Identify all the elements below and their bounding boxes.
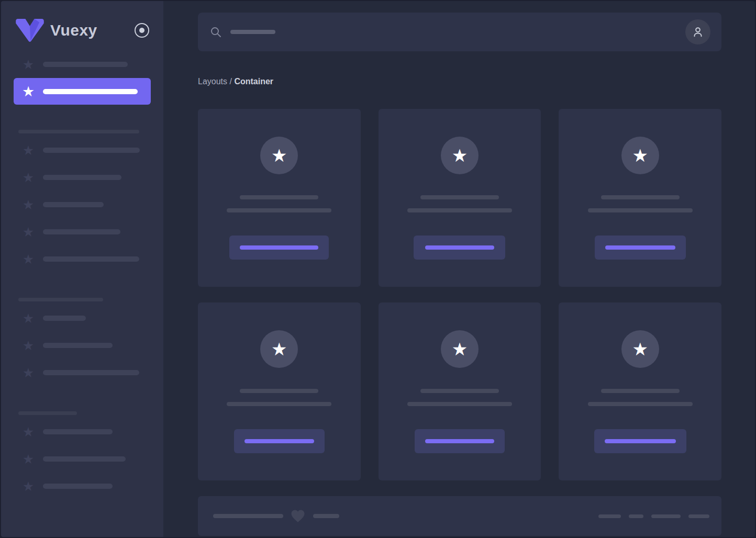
sidebar-item-label-bar [43, 256, 139, 262]
star-icon: ★ [22, 198, 35, 211]
breadcrumb-separator: / [227, 77, 234, 86]
search-input[interactable] [209, 13, 685, 51]
content-card: ★ [198, 302, 361, 480]
cards-grid: ★★★★★★ [198, 109, 721, 480]
user-icon [691, 25, 705, 39]
sidebar-item-label-bar [43, 343, 113, 348]
footer-card [198, 496, 721, 536]
sidebar-item-label-bar [43, 175, 121, 180]
card-avatar: ★ [621, 137, 659, 174]
sidebar-item-label-bar [43, 456, 126, 462]
sidebar-item-label-bar [43, 89, 138, 94]
button-label-bar [605, 245, 675, 250]
button-label-bar [425, 245, 494, 250]
section-divider-bar [18, 298, 103, 301]
sidebar-item-label-bar [43, 202, 104, 207]
sidebar-item[interactable]: ★ [14, 164, 151, 191]
search-placeholder-bar [230, 30, 275, 34]
sidebar-item[interactable]: ★ [14, 473, 151, 500]
card-action-button[interactable] [594, 429, 686, 453]
card-skeleton-line [240, 195, 318, 199]
sidebar-item[interactable]: ★ [14, 359, 151, 386]
star-icon: ★ [271, 340, 287, 358]
sidebar-item-active[interactable]: ★ [14, 78, 151, 105]
card-action-button[interactable] [234, 429, 325, 453]
card-action-button[interactable] [415, 429, 505, 453]
vuexy-logo [16, 19, 44, 42]
card-skeleton-line [420, 389, 499, 393]
content-column: Layouts / Container ★★★★★★ [198, 13, 721, 536]
star-icon: ★ [22, 453, 35, 466]
card-skeleton-line [588, 208, 693, 212]
card-skeleton-line [588, 402, 693, 406]
star-icon: ★ [22, 144, 35, 157]
content-card: ★ [198, 109, 361, 287]
star-icon: ★ [452, 147, 468, 164]
radio-circle-icon[interactable] [135, 23, 149, 38]
sidebar-item[interactable]: ★ [14, 191, 151, 218]
sidebar-section-divider [18, 298, 151, 301]
card-skeleton-line [407, 208, 512, 212]
brand-title: Vuexy [50, 21, 135, 39]
sidebar-item-label-bar [43, 229, 120, 234]
sidebar-item-label-bar [43, 484, 113, 489]
content-card: ★ [559, 302, 721, 480]
card-action-button[interactable] [595, 236, 686, 260]
card-action-button[interactable] [414, 236, 505, 260]
card-avatar: ★ [441, 137, 479, 174]
star-icon: ★ [22, 425, 35, 439]
section-divider-bar [18, 411, 77, 415]
star-icon: ★ [22, 171, 35, 184]
card-skeleton-line [601, 195, 680, 199]
radio-dot [139, 28, 144, 33]
sidebar-item-label-bar [43, 62, 128, 67]
user-avatar-button[interactable] [685, 19, 710, 44]
content-card: ★ [379, 109, 541, 287]
footer-skeleton-bar [313, 514, 339, 518]
sidebar-item[interactable]: ★ [14, 445, 151, 473]
star-icon: ★ [22, 253, 35, 266]
sidebar-item[interactable]: ★ [14, 418, 151, 445]
search-icon [209, 26, 222, 38]
card-avatar: ★ [621, 330, 659, 368]
star-icon: ★ [452, 340, 468, 358]
sidebar-section-divider [18, 411, 151, 415]
app-window: Vuexy ★★★★★★★★★★★★★ [0, 0, 756, 538]
content-card: ★ [379, 302, 541, 480]
main-area: Layouts / Container ★★★★★★ [163, 1, 721, 537]
sidebar-item[interactable]: ★ [14, 305, 151, 332]
footer-skeleton-bar [629, 514, 643, 518]
breadcrumb-current: Container [234, 77, 273, 86]
card-avatar: ★ [260, 330, 298, 368]
star-icon: ★ [271, 147, 287, 164]
button-label-bar [244, 439, 314, 443]
sidebar-item[interactable]: ★ [14, 218, 151, 245]
footer-skeleton-bar [213, 514, 283, 518]
card-skeleton-line [227, 402, 331, 406]
star-icon: ★ [22, 312, 35, 325]
star-icon: ★ [22, 339, 35, 352]
content-card: ★ [559, 109, 721, 287]
star-icon: ★ [632, 147, 648, 164]
star-icon: ★ [22, 480, 35, 493]
card-avatar: ★ [441, 330, 479, 368]
card-skeleton-line [227, 208, 331, 212]
sidebar-item[interactable]: ★ [14, 332, 151, 359]
card-avatar: ★ [260, 137, 298, 174]
sidebar-item-label-bar [43, 148, 140, 153]
card-skeleton-line [420, 195, 499, 199]
breadcrumb: Layouts / Container [198, 76, 721, 87]
sidebar-item[interactable]: ★ [14, 137, 151, 164]
card-skeleton-line [240, 389, 318, 393]
footer-skeleton-bar [688, 514, 709, 518]
breadcrumb-parent[interactable]: Layouts [198, 77, 227, 86]
sidebar-item[interactable]: ★ [14, 51, 151, 78]
card-action-button[interactable] [229, 236, 329, 260]
sidebar-item[interactable]: ★ [14, 245, 151, 273]
topbar [198, 13, 721, 51]
sidebar: Vuexy ★★★★★★★★★★★★★ [1, 1, 163, 537]
star-icon: ★ [22, 226, 35, 239]
sidebar-section-divider [18, 130, 151, 133]
star-icon: ★ [632, 340, 648, 358]
heart-icon [291, 509, 305, 523]
